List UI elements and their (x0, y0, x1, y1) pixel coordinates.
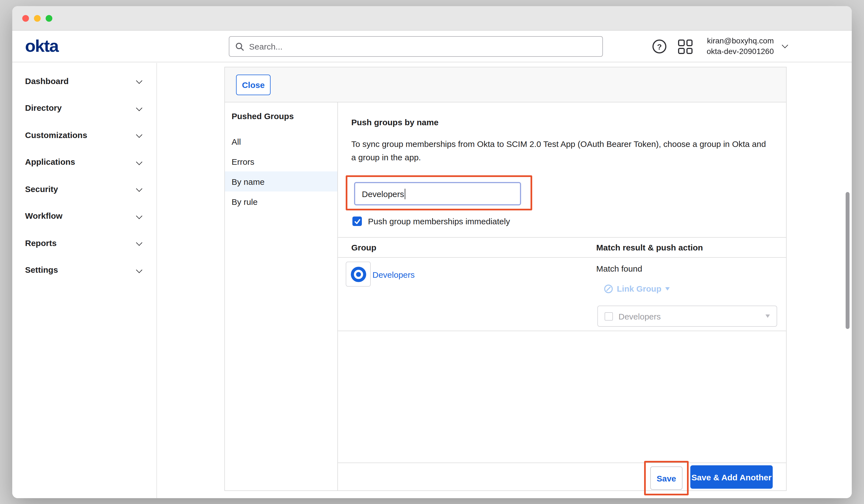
annotation-highlight-save: Save (644, 461, 689, 495)
global-search[interactable] (229, 36, 603, 57)
app-body: Dashboard Directory Customizations Appli… (12, 63, 852, 498)
dropdown-caret-icon (665, 287, 670, 290)
grid-square (678, 39, 684, 46)
chevron-down-icon (136, 132, 143, 138)
chevron-down-icon (136, 77, 143, 84)
main-area: Close Pushed Groups All Errors By name B… (157, 63, 852, 498)
sidebar-item-security[interactable]: Security (12, 175, 156, 202)
push-immediately-row: Push group memberships immediately (352, 217, 510, 226)
push-immediately-checkbox[interactable] (352, 217, 362, 226)
footer-divider (338, 463, 786, 463)
sidebar-item-label: Customizations (25, 130, 87, 140)
grid-square (686, 48, 693, 54)
description-text: To sync group memberships from Okta to S… (351, 137, 766, 164)
sidebar-item-label: Workflow (25, 211, 62, 221)
user-org: okta-dev-20901260 (707, 46, 774, 57)
sidebar-item-dashboard[interactable]: Dashboard (12, 67, 156, 94)
chevron-down-icon (136, 159, 143, 165)
sidebar-item-settings[interactable]: Settings (12, 256, 156, 283)
group-name-input[interactable]: Developers (354, 182, 521, 205)
minimize-window-button[interactable] (34, 15, 41, 22)
pushed-groups-subnav: Pushed Groups All Errors By name By rule (225, 103, 338, 490)
sidebar-item-reports[interactable]: Reports (12, 229, 156, 256)
user-email: kiran@boxyhq.com (707, 36, 774, 46)
browser-window: okta ? kiran@boxyhq.com okta-dev-20901 (12, 6, 852, 498)
stage: okta ? kiran@boxyhq.com okta-dev-20901 (0, 0, 864, 504)
dialog-content: Push groups by name To sync group member… (338, 103, 786, 490)
chevron-down-icon (136, 213, 143, 219)
dialog-body: Pushed Groups All Errors By name By rule… (225, 103, 786, 490)
row-divider (338, 331, 786, 331)
sidebar-item-applications[interactable]: Applications (12, 148, 156, 175)
chevron-down-icon (136, 267, 143, 273)
subnav-title: Pushed Groups (225, 111, 337, 121)
grid-square (686, 39, 693, 46)
sidebar-item-label: Security (25, 184, 58, 194)
chevron-down-icon (136, 240, 143, 246)
account-menu[interactable]: kiran@boxyhq.com okta-dev-20901260 (707, 36, 774, 57)
column-header-group: Group (351, 238, 376, 258)
chevron-down-icon (136, 185, 143, 192)
page-title: Push groups by name (351, 118, 439, 127)
window-titlebar (12, 6, 852, 31)
sidebar: Dashboard Directory Customizations Appli… (12, 63, 157, 498)
okta-logo[interactable]: okta (25, 36, 58, 56)
traffic-lights (22, 15, 52, 22)
help-glyph: ? (657, 42, 662, 51)
sidebar-item-customizations[interactable]: Customizations (12, 121, 156, 148)
subnav-item-all[interactable]: All (225, 131, 337, 152)
link-group-label: Link Group (617, 284, 661, 293)
subnav-item-by-rule[interactable]: By rule (225, 191, 337, 212)
group-name-input-value: Developers (362, 189, 404, 199)
sidebar-item-directory[interactable]: Directory (12, 94, 156, 121)
select-chevron-icon (766, 314, 770, 318)
group-logo-icon (346, 262, 371, 287)
grid-square (678, 48, 684, 54)
link-icon (604, 284, 613, 293)
sidebar-item-label: Applications (25, 157, 75, 167)
apps-grid-icon[interactable] (678, 39, 693, 54)
sidebar-item-label: Reports (25, 238, 57, 248)
help-icon[interactable]: ? (652, 39, 667, 53)
push-immediately-label: Push group memberships immediately (368, 217, 510, 226)
chevron-down-icon (136, 105, 143, 111)
close-window-button[interactable] (22, 15, 29, 22)
subnav-item-errors[interactable]: Errors (225, 152, 337, 171)
column-header-match-result: Match result & push action (596, 238, 703, 258)
search-icon (236, 42, 244, 51)
sidebar-item-workflow[interactable]: Workflow (12, 202, 156, 229)
save-and-add-another-button[interactable]: Save & Add Another (690, 465, 773, 489)
zoom-window-button[interactable] (46, 15, 52, 22)
sidebar-item-label: Directory (25, 103, 62, 113)
sidebar-item-label: Dashboard (25, 76, 69, 86)
match-status-text: Match found (596, 264, 642, 273)
match-group-select[interactable]: Developers (597, 305, 777, 327)
checkmark-icon (354, 218, 360, 225)
search-input[interactable] (249, 42, 596, 51)
close-button[interactable]: Close (236, 74, 271, 95)
text-cursor (405, 189, 406, 199)
annotation-highlight-input: Developers (346, 175, 532, 211)
group-name-link[interactable]: Developers (372, 270, 415, 279)
app-header: okta ? kiran@boxyhq.com okta-dev-20901 (12, 31, 852, 62)
dialog-toolbar: Close (225, 67, 786, 103)
vertical-scrollbar[interactable] (845, 192, 850, 329)
select-checkbox (604, 312, 613, 320)
link-group-action[interactable]: Link Group (604, 284, 670, 293)
chevron-down-icon (782, 42, 788, 48)
subnav-item-by-name[interactable]: By name (225, 171, 337, 191)
account-chevron-down-icon[interactable] (783, 43, 787, 47)
table-header: Group Match result & push action (338, 237, 786, 258)
match-group-select-value: Developers (619, 311, 661, 321)
save-button[interactable]: Save (650, 466, 683, 490)
push-groups-dialog: Close Pushed Groups All Errors By name B… (224, 67, 787, 491)
sidebar-item-label: Settings (25, 265, 58, 275)
